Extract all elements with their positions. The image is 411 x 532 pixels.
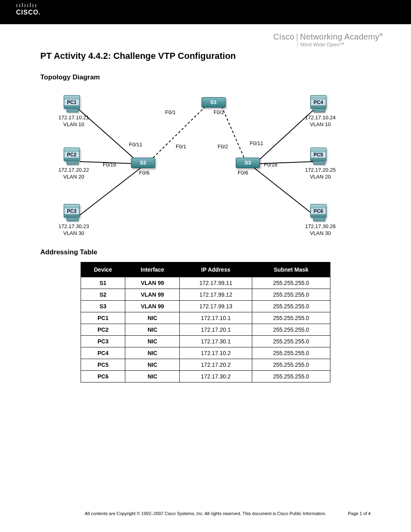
addressing-heading: Addressing Table xyxy=(40,248,371,256)
table-header-row: DeviceInterfaceIP AddressSubnet Mask xyxy=(81,262,330,277)
table-cell: 172.17.99.11 xyxy=(180,277,252,289)
cisco-logo-bars: ıılıılıı xyxy=(16,3,411,9)
table-cell: NIC xyxy=(125,324,180,336)
table-cell: PC6 xyxy=(81,371,125,382)
port-label: F0/11 xyxy=(129,141,142,148)
table-cell: VLAN 99 xyxy=(125,289,180,301)
topology-diagram: S1S2S3PC1172.17.10.21VLAN 10PC2172.17.20… xyxy=(44,87,367,240)
table-header: Device xyxy=(81,262,125,277)
port-label: F0/1 xyxy=(165,109,176,115)
table-header: Subnet Mask xyxy=(252,262,330,277)
table-cell: PC1 xyxy=(81,312,125,324)
table-row: PC4NIC172.17.10.2255.255.255.0 xyxy=(81,347,330,359)
table-cell: VLAN 99 xyxy=(125,277,180,289)
cisco-logo-text: CISCO. xyxy=(16,9,411,16)
table-cell: S1 xyxy=(81,277,125,289)
table-cell: 255.255.255.0 xyxy=(252,289,330,301)
cisco-logo: ıılıılıı CISCO. xyxy=(16,3,411,16)
academy-title: Cisco|Networking Academy® xyxy=(273,32,383,42)
page-title: PT Activity 4.4.2: Challenge VTP Configu… xyxy=(40,51,371,61)
pc-address-label: 172.17.20.25VLAN 20 xyxy=(302,167,338,181)
port-label: F0/6 xyxy=(139,170,149,176)
port-label: F0/2 xyxy=(218,143,228,150)
pc-pc5: PC5 xyxy=(310,148,326,161)
pc-address-label: 172.17.10.21VLAN 10 xyxy=(56,114,92,128)
table-cell: PC5 xyxy=(81,359,125,371)
table-row: PC3NIC172.17.30.1255.255.255.0 xyxy=(81,336,330,347)
table-cell: NIC xyxy=(125,359,180,371)
addressing-table: DeviceInterfaceIP AddressSubnet Mask S1V… xyxy=(81,262,330,382)
pc-address-label: 172.17.10.24VLAN 10 xyxy=(302,114,338,128)
registered-mark: ® xyxy=(379,32,383,37)
pc-address-label: 172.17.30.23VLAN 30 xyxy=(56,223,92,237)
table-cell: PC2 xyxy=(81,324,125,336)
pc-label: PC3 xyxy=(64,208,79,214)
port-label: F0/11 xyxy=(250,140,263,146)
pc-label: PC2 xyxy=(64,152,79,158)
table-cell: 172.17.99.12 xyxy=(180,289,252,301)
table-cell: 255.255.255.0 xyxy=(252,301,330,312)
table-cell: 172.17.30.1 xyxy=(180,336,252,347)
table-cell: S2 xyxy=(81,289,125,301)
pc-label: PC5 xyxy=(311,152,326,158)
table-cell: 172.17.10.2 xyxy=(180,347,252,359)
table-cell: 172.17.99.13 xyxy=(180,301,252,312)
topology-heading: Topology Diagram xyxy=(40,73,371,81)
table-cell: PC3 xyxy=(81,336,125,347)
table-cell: NIC xyxy=(125,312,180,324)
page-number: Page 1 of 4 xyxy=(348,511,371,516)
table-cell: 255.255.255.0 xyxy=(252,371,330,382)
table-row: S2VLAN 99172.17.99.12255.255.255.0 xyxy=(81,289,330,301)
table-cell: 255.255.255.0 xyxy=(252,347,330,359)
table-cell: 172.17.20.1 xyxy=(180,324,252,336)
table-cell: 172.17.30.2 xyxy=(180,371,252,382)
academy-logo: Cisco|Networking Academy® Mind Wide Open… xyxy=(273,32,383,48)
pc-pc2: PC2 xyxy=(64,148,80,161)
port-label: F0/18 xyxy=(103,162,116,168)
table-cell: 255.255.255.0 xyxy=(252,312,330,324)
pc-label: PC6 xyxy=(311,208,326,214)
pc-label: PC4 xyxy=(311,99,326,106)
table-row: PC6NIC172.17.30.2255.255.255.0 xyxy=(81,371,330,382)
page-footer: All contents are Copyright © 1992–2007 C… xyxy=(0,511,411,516)
pc-pc6: PC6 xyxy=(310,204,326,218)
table-cell: NIC xyxy=(125,336,180,347)
switch-s3: S3 xyxy=(236,158,260,168)
port-label: F0/1 xyxy=(176,143,186,150)
table-row: PC5NIC172.17.20.2255.255.255.0 xyxy=(81,359,330,371)
table-cell: NIC xyxy=(125,371,180,382)
table-cell: NIC xyxy=(125,347,180,359)
table-cell: 255.255.255.0 xyxy=(252,324,330,336)
top-bar: ıılıılıı CISCO. xyxy=(0,0,411,24)
switch-s2: S2 xyxy=(131,158,155,168)
table-cell: 172.17.20.2 xyxy=(180,359,252,371)
pc-label: PC1 xyxy=(64,99,79,106)
table-cell: 255.255.255.0 xyxy=(252,277,330,289)
pc-pc3: PC3 xyxy=(64,204,80,218)
page-content: Cisco|Networking Academy® Mind Wide Open… xyxy=(0,24,411,382)
copyright-text: All contents are Copyright © 1992–2007 C… xyxy=(85,511,326,516)
pc-pc4: PC4 xyxy=(310,95,326,109)
table-header: IP Address xyxy=(180,262,252,277)
table-header: Interface xyxy=(125,262,180,277)
pc-address-label: 172.17.20.22VLAN 20 xyxy=(56,167,92,181)
table-cell: 255.255.255.0 xyxy=(252,359,330,371)
pc-pc1: PC1 xyxy=(64,95,80,109)
table-cell: 172.17.10.1 xyxy=(180,312,252,324)
table-cell: S3 xyxy=(81,301,125,312)
table-row: PC1NIC172.17.10.1255.255.255.0 xyxy=(81,312,330,324)
table-row: PC2NIC172.17.20.1255.255.255.0 xyxy=(81,324,330,336)
academy-name: Networking Academy xyxy=(300,32,380,41)
pc-address-label: 172.17.30.26VLAN 30 xyxy=(302,223,338,237)
table-cell: PC4 xyxy=(81,347,125,359)
table-cell: VLAN 99 xyxy=(125,301,180,312)
academy-tagline: Mind Wide Open™ xyxy=(297,42,383,48)
table-cell: 255.255.255.0 xyxy=(252,336,330,347)
port-label: F0/6 xyxy=(238,170,248,176)
svg-line-0 xyxy=(149,106,206,162)
table-row: S3VLAN 99172.17.99.13255.255.255.0 xyxy=(81,301,330,312)
academy-brand: Cisco xyxy=(273,32,295,41)
table-row: S1VLAN 99172.17.99.11255.255.255.0 xyxy=(81,277,330,289)
switch-s1: S1 xyxy=(201,97,226,108)
port-label: F0/2 xyxy=(214,109,224,115)
